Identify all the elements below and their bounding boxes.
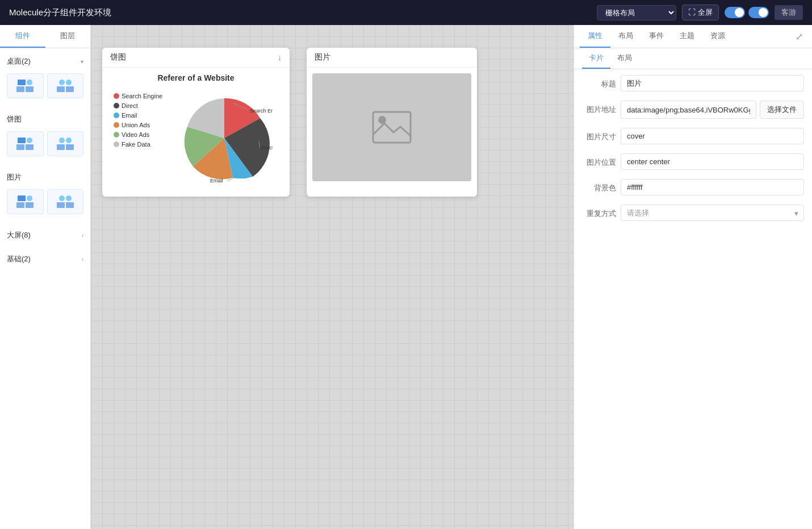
section-header-bigscreen[interactable]: 大屏(8) › xyxy=(7,227,83,244)
section-label-basic: 基础(2) xyxy=(7,254,31,264)
sidebar-section-basic: 基础(2) › xyxy=(0,246,90,270)
pie-chart-card[interactable]: 饼图 ↓ Referer of a Website Search Engine xyxy=(102,48,290,197)
image-card[interactable]: 图片 xyxy=(307,48,477,197)
tab-layout[interactable]: 布局 xyxy=(610,25,641,48)
circle-icon-img1 xyxy=(27,195,32,201)
prop-input-image-size[interactable] xyxy=(621,128,804,144)
sidebar: 组件 图层 桌面(2) ▾ xyxy=(0,25,91,529)
small-rect-pie1b xyxy=(26,144,34,150)
layout-select[interactable]: 栅格布局 xyxy=(597,5,676,20)
section-header-desktop[interactable]: 桌面(2) ▾ xyxy=(7,53,83,70)
small-rect-icon-2 xyxy=(26,86,34,92)
chevron-down-icon: ▾ xyxy=(81,59,83,65)
canvas-area[interactable]: 饼图 ↓ Referer of a Website Search Engine xyxy=(91,25,574,529)
pie-label-search: Search Engi... xyxy=(250,108,273,114)
prop-label-image-url: 图片地址 xyxy=(582,101,616,115)
prop-file-button[interactable]: 选择文件 xyxy=(760,101,804,119)
legend-label-search: Search Engine xyxy=(122,93,162,99)
section-header-image[interactable]: 图片 xyxy=(7,169,83,186)
image-component-card-2[interactable] xyxy=(47,189,84,214)
image-component-card-1[interactable] xyxy=(7,189,44,214)
sidebar-section-bigscreen: 大屏(8) › xyxy=(0,222,90,246)
section-label-desktop: 桌面(2) xyxy=(7,56,31,66)
small-rect-icon-3 xyxy=(57,86,65,92)
section-header-pie[interactable]: 饼图 xyxy=(7,111,83,128)
img-icon-2 xyxy=(59,195,72,201)
section-label-bigscreen: 大屏(8) xyxy=(7,230,31,240)
component-grid-pie xyxy=(7,128,83,162)
pie-legend: Search Engine Direct Email xyxy=(114,93,170,151)
component-icon-2 xyxy=(16,86,34,92)
pie-svg-container: Search Engi... Direct Email Fake Data xyxy=(176,93,273,185)
small-rect-img2 xyxy=(57,202,65,208)
circle-icon-pie1 xyxy=(27,138,32,143)
download-icon[interactable]: ↓ xyxy=(278,53,282,62)
component-icon xyxy=(18,80,32,85)
section-header-basic[interactable]: 基础(2) › xyxy=(7,251,83,268)
sidebar-tabs: 组件 图层 xyxy=(0,25,90,48)
prop-input-title[interactable] xyxy=(621,75,804,91)
prop-input-bg-color[interactable] xyxy=(621,179,804,195)
prop-row-image-url: 图片地址 选择文件 xyxy=(582,101,804,119)
chevron-right-icon-basic: › xyxy=(82,256,83,263)
toggle-2[interactable] xyxy=(748,7,769,18)
circle-icon-2 xyxy=(59,80,65,85)
canvas-inner: 饼图 ↓ Referer of a Website Search Engine xyxy=(91,25,574,219)
legend-dot-fake xyxy=(114,141,119,147)
circle-icon-3 xyxy=(66,80,72,85)
sidebar-section-desktop: 桌面(2) ▾ xyxy=(0,48,90,106)
small-rect-img1 xyxy=(16,202,24,208)
chevron-right-icon-bigscreen: › xyxy=(82,232,83,239)
img-icon-1 xyxy=(18,195,32,201)
pie-icon-1b xyxy=(16,144,34,150)
legend-dot-email xyxy=(114,113,119,118)
legend-item-direct: Direct xyxy=(114,102,170,109)
toggle-1[interactable] xyxy=(725,7,745,18)
prop-value-title xyxy=(621,75,804,91)
app-body: 组件 图层 桌面(2) ▾ xyxy=(0,25,812,529)
prop-input-image-url[interactable] xyxy=(621,101,756,119)
app-title: Molecule分子组件开发环境 xyxy=(9,7,111,18)
small-rect-pie1 xyxy=(16,144,24,150)
prop-row-title: 标题 xyxy=(582,75,804,91)
sub-tab-layout[interactable]: 布局 xyxy=(610,48,639,69)
topbar: Molecule分子组件开发环境 栅格布局 ⛶ 全屏 客游 xyxy=(0,0,812,25)
sidebar-tab-layers[interactable]: 图层 xyxy=(45,25,91,48)
svg-rect-0 xyxy=(373,112,411,143)
rect-icon-pie1 xyxy=(18,138,26,143)
component-card[interactable] xyxy=(7,73,44,98)
fullscreen-button[interactable]: ⛶ 全屏 xyxy=(682,5,719,20)
component-icon-4 xyxy=(57,86,74,92)
legend-item-union: Union Ads xyxy=(114,122,170,128)
expand-icon[interactable]: ⤢ xyxy=(792,28,806,45)
toggle-group xyxy=(725,7,769,18)
prop-value-image-url: 选择文件 xyxy=(621,101,804,119)
legend-dot-union xyxy=(114,122,119,128)
circle-icon-pie2b xyxy=(66,138,72,143)
prop-label-image-pos: 图片位置 xyxy=(582,153,616,168)
small-rect-img2b xyxy=(66,202,74,208)
tab-events[interactable]: 事件 xyxy=(641,25,672,48)
right-panel: 属性 布局 事件 主题 资源 ⤢ 卡片 布局 标题 图片地址 xyxy=(574,25,812,529)
legend-label-email: Email xyxy=(122,112,137,119)
sub-tab-card[interactable]: 卡片 xyxy=(582,48,610,69)
tab-resources[interactable]: 资源 xyxy=(702,25,733,48)
tab-theme[interactable]: 主题 xyxy=(672,25,702,48)
component-card-2[interactable] xyxy=(47,73,84,98)
legend-label-video: Video Ads xyxy=(122,131,149,138)
guest-button[interactable]: 客游 xyxy=(775,5,803,20)
pie-component-card-1[interactable] xyxy=(7,131,44,156)
legend-dot-search xyxy=(114,93,119,99)
small-rect-icon-4 xyxy=(66,86,74,92)
pie-card-title: 饼图 xyxy=(110,52,126,63)
right-panel-tabs: 属性 布局 事件 主题 资源 ⤢ xyxy=(574,25,812,48)
sidebar-tab-components[interactable]: 组件 xyxy=(0,25,45,48)
pie-component-card-2[interactable] xyxy=(47,131,84,156)
pie-icon-1 xyxy=(18,138,32,143)
prop-input-image-pos[interactable] xyxy=(621,153,804,170)
legend-item-video: Video Ads xyxy=(114,131,170,138)
prop-select-repeat[interactable]: 请选择 不重复 水平重复 垂直重复 全部重复 xyxy=(621,205,804,221)
tab-properties[interactable]: 属性 xyxy=(580,25,610,48)
image-card-title: 图片 xyxy=(315,52,330,63)
img-icon-2b xyxy=(57,202,74,208)
